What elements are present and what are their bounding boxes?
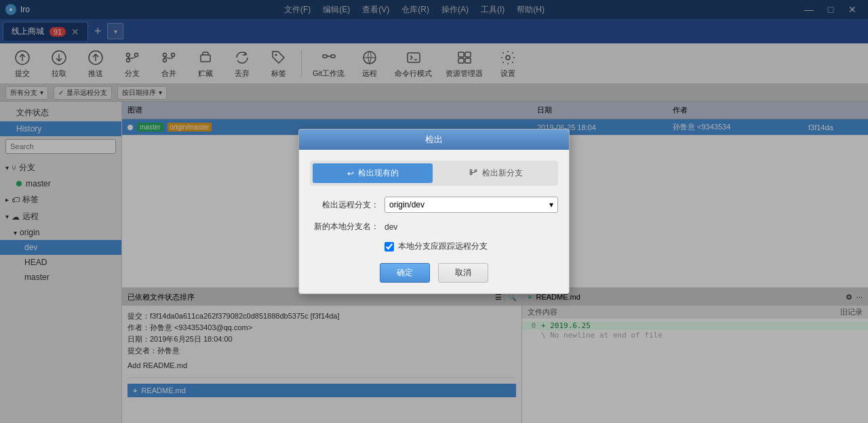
remote-branch-value: origin/dev: [389, 200, 425, 209]
tab-existing-label: 检出现有的: [358, 167, 399, 179]
dialog-cancel-button[interactable]: 取消: [438, 263, 488, 283]
track-remote-label: 本地分支应跟踪远程分支: [398, 241, 488, 252]
dialog-tab-existing[interactable]: ↩ 检出现有的: [313, 163, 433, 183]
dialog-confirm-button[interactable]: 确定: [380, 263, 430, 283]
track-remote-checkbox[interactable]: [384, 242, 394, 251]
local-branch-label: 新的本地分支名：: [310, 221, 384, 233]
dialog-track-checkbox-container: 本地分支应跟踪远程分支: [384, 241, 558, 252]
remote-branch-dropdown-icon: ▾: [549, 200, 553, 209]
tab-new-icon: [469, 167, 478, 179]
svg-point-22: [475, 169, 477, 172]
dialog-title: 检出: [299, 129, 569, 150]
dialog-tabs: ↩ 检出现有的 检出新分支: [310, 161, 558, 186]
dialog-tab-new[interactable]: 检出新分支: [435, 163, 555, 183]
dialog-overlay: 检出 ↩ 检出现有的 检出新分支 检出远程分支： origin: [0, 0, 868, 423]
dialog-field-remote: 检出远程分支： origin/dev ▾: [310, 197, 558, 213]
dialog-body: ↩ 检出现有的 检出新分支 检出远程分支： origin/dev ▾: [299, 150, 569, 294]
remote-branch-label: 检出远程分支：: [310, 199, 384, 211]
dialog-field-local: 新的本地分支名： dev: [310, 221, 558, 233]
tab-existing-icon: ↩: [347, 169, 354, 178]
svg-point-21: [470, 173, 472, 175]
checkout-dialog: 检出 ↩ 检出现有的 检出新分支 检出远程分支： origin: [298, 129, 570, 294]
remote-branch-select-container[interactable]: origin/dev ▾: [384, 197, 558, 213]
tab-new-label: 检出新分支: [482, 167, 523, 179]
dialog-buttons: 确定 取消: [310, 263, 558, 283]
svg-point-20: [470, 169, 472, 172]
local-branch-value: dev: [384, 222, 558, 232]
